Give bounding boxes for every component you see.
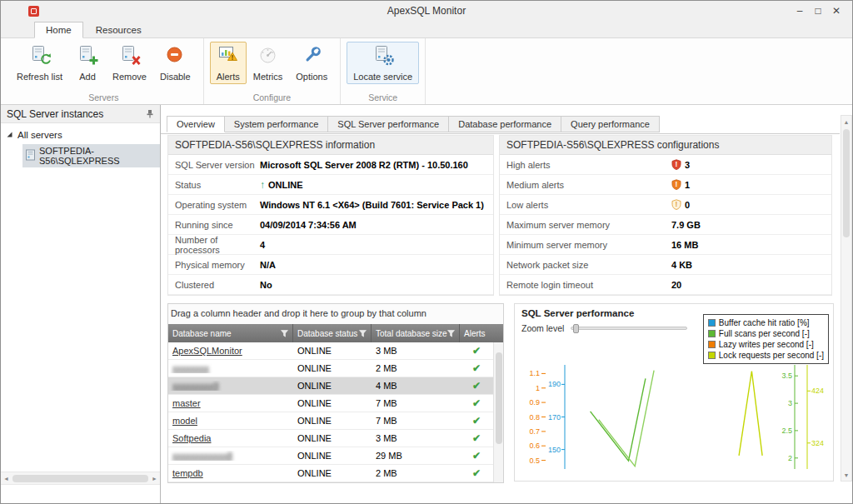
add-server-icon <box>76 45 99 71</box>
remove-button[interactable]: Remove <box>106 42 153 84</box>
chart-legend: Buffer cache hit ratio [%]Full scans per… <box>703 314 829 364</box>
property-value: Windows NT 6.1 <X64> (Build 7601: Servic… <box>260 200 484 210</box>
ribbon-group-label-service: Service <box>341 92 425 102</box>
property-label: Operating system <box>175 200 260 210</box>
tree-node-all-servers[interactable]: All servers <box>6 128 160 142</box>
database-status: ONLINE <box>293 451 372 461</box>
tab-database-performance[interactable]: Database performance <box>448 116 561 132</box>
group-by-hint: Drag a column header and drop it here to… <box>168 304 503 324</box>
scroll-down-arrow-icon[interactable]: ▼ <box>841 469 851 481</box>
minimize-button[interactable]: – <box>791 5 809 17</box>
info-panel-title: SOFTPEDIA-S56\SQLEXPRESS information <box>168 136 493 155</box>
column-header-label: Database name <box>172 329 232 338</box>
column-header-database-status[interactable]: Database status <box>293 324 372 342</box>
database-row-xxxxxxxxxxxx8[interactable]: xxxxxxxxxxxx8ONLINE29 MB✔ <box>168 447 493 465</box>
svg-text:2.5: 2.5 <box>781 427 792 435</box>
performance-chart: 1.110.90.80.70.60.51901701503.532.524243… <box>515 361 833 479</box>
performance-chart-container: 1.110.90.80.70.60.51901701503.532.524243… <box>515 361 833 479</box>
disable-button[interactable]: Disable <box>153 42 197 84</box>
database-row-apexsqlmonitor[interactable]: ApexSQLMonitorONLINE3 MB✔ <box>168 342 493 360</box>
database-size: 4 MB <box>372 381 460 391</box>
database-name-link[interactable]: Softpedia <box>172 433 211 443</box>
zoom-slider-thumb[interactable] <box>573 324 579 333</box>
close-button[interactable]: ✕ <box>827 5 846 17</box>
scrollbar-thumb[interactable] <box>496 352 502 444</box>
alerts-ok-check-icon: ✔ <box>472 345 481 357</box>
property-value: Microsoft SQL Server 2008 R2 (RTM) - 10.… <box>260 160 468 170</box>
database-name-link[interactable]: tempdb <box>172 468 203 478</box>
medium-alert-shield-icon: ! <box>671 179 681 190</box>
grid-header-row: Database nameDatabase statusTotal databa… <box>168 324 503 342</box>
scroll-up-arrow-icon[interactable]: ▲ <box>841 116 851 127</box>
server-icon <box>25 149 36 162</box>
tree-expander-icon[interactable] <box>6 130 13 140</box>
zoom-slider[interactable] <box>571 327 687 330</box>
refresh-list-button[interactable]: Refresh list <box>10 42 69 84</box>
database-row-model[interactable]: modelONLINE7 MB✔ <box>168 412 493 430</box>
property-row-status: Status↑ONLINE <box>168 175 493 195</box>
column-header-alerts[interactable]: Alerts <box>460 324 493 342</box>
grid-vertical-scrollbar[interactable] <box>493 342 503 482</box>
window-title: ApexSQL Monitor <box>1 5 852 17</box>
tab-sql-server-performance[interactable]: SQL Server performance <box>327 116 449 132</box>
svg-text:0.7: 0.7 <box>529 427 540 436</box>
ribbon-group-label-configure: Configure <box>204 92 341 102</box>
svg-text:!: ! <box>676 160 678 168</box>
filter-funnel-icon[interactable] <box>447 330 455 337</box>
scrollbar-thumb[interactable] <box>843 129 850 237</box>
database-name-link[interactable]: xxxxxxxx <box>172 363 209 373</box>
property-value: 4 KB <box>671 260 692 270</box>
options-wrench-icon <box>300 45 323 71</box>
tab-system-performance[interactable]: System performance <box>224 116 328 132</box>
property-row-medium-alerts: Medium alerts!1 <box>500 175 831 195</box>
scrollbar-thumb[interactable] <box>12 475 148 482</box>
property-row-maximum-server-memory: Maximum server memory7.9 GB <box>500 215 831 235</box>
ribbon: Refresh list Add <box>1 38 852 105</box>
property-label: Low alerts <box>506 200 671 210</box>
database-name-link[interactable]: master <box>172 398 201 408</box>
property-label: Remote login timeout <box>506 280 671 290</box>
database-size: 7 MB <box>372 416 460 426</box>
database-row-xxxxxxxx[interactable]: xxxxxxxxONLINE2 MB✔ <box>168 360 493 377</box>
add-button[interactable]: Add <box>69 42 106 84</box>
tree-node-server-instance[interactable]: SOFTPEDIA-S56\SQLEXPRESS <box>22 144 160 167</box>
property-value: 16 MB <box>671 240 698 250</box>
filter-funnel-icon[interactable] <box>359 330 367 337</box>
ribbon-tab-home[interactable]: Home <box>34 22 83 38</box>
metrics-button[interactable]: Metrics <box>247 42 289 84</box>
pin-icon[interactable] <box>146 109 154 118</box>
scroll-left-arrow-icon[interactable]: ◄ <box>3 476 9 482</box>
titlebar: ApexSQL Monitor – □ ✕ <box>1 1 852 21</box>
database-row-tempdb[interactable]: tempdbONLINE2 MB✔ <box>168 465 493 482</box>
database-row-master[interactable]: masterONLINE7 MB✔ <box>168 395 493 412</box>
main-vertical-scrollbar[interactable]: ▲ ▼ <box>841 115 852 482</box>
ribbon-tab-resources[interactable]: Resources <box>85 22 152 37</box>
database-name-link[interactable]: ApexSQLMonitor <box>172 346 242 356</box>
tab-overview[interactable]: Overview <box>167 116 225 132</box>
add-label: Add <box>79 72 96 82</box>
database-name-link[interactable]: xxxxxxxxxxxx8 <box>172 451 232 461</box>
column-header-total-database-size[interactable]: Total database size <box>372 324 460 342</box>
sidebar-horizontal-scrollbar[interactable]: ◄ ► <box>1 472 160 485</box>
server-tree: All servers SOFTPEDIA-S56\SQLEXPRESS <box>1 123 160 167</box>
property-value: N/A <box>260 260 276 270</box>
database-status: ONLINE <box>293 398 372 408</box>
scroll-right-arrow-icon[interactable]: ► <box>152 476 157 482</box>
database-name-link[interactable]: model <box>172 416 197 426</box>
maximize-button[interactable]: □ <box>809 5 827 17</box>
alerts-button[interactable]: Alerts <box>210 42 247 84</box>
refresh-server-icon <box>28 45 52 71</box>
database-row-xxxxxxxxx9[interactable]: xxxxxxxxx9ONLINE4 MB✔ <box>168 377 493 395</box>
alerts-icon <box>217 45 240 71</box>
database-row-softpedia[interactable]: SoftpediaONLINE3 MB✔ <box>168 430 493 447</box>
locate-service-button[interactable]: Locate service <box>347 42 419 84</box>
database-size: 29 MB <box>372 451 460 461</box>
tab-query-performance[interactable]: Query performance <box>561 116 660 132</box>
filter-funnel-icon[interactable] <box>281 330 288 337</box>
database-name-link[interactable]: xxxxxxxxx9 <box>172 381 219 391</box>
alerts-ok-check-icon: ✔ <box>472 362 481 374</box>
column-header-database-name[interactable]: Database name <box>168 324 293 342</box>
legend-item-lock-requests-per-second: Lock requests per second [-] <box>708 350 824 361</box>
options-button[interactable]: Options <box>289 42 334 84</box>
property-value: 04/09/2014 7:34:56 AM <box>260 220 357 230</box>
